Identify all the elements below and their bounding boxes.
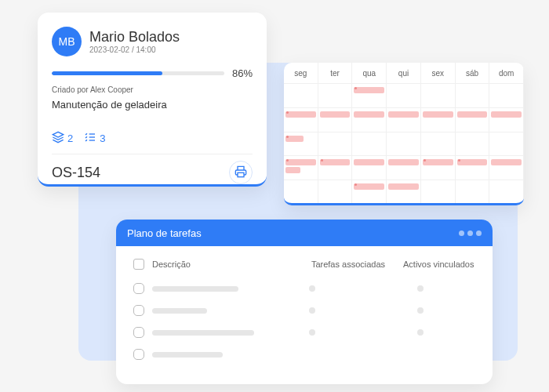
event-bar (285, 167, 300, 173)
event-bar (423, 159, 453, 165)
row-checkbox[interactable] (133, 305, 144, 316)
work-order-card: MB Mario Bolados 2023-02-02 / 14:00 86% … (38, 13, 267, 187)
calendar-cell[interactable] (421, 83, 456, 107)
window-dot-icon (459, 230, 464, 236)
checklist-icon (84, 131, 96, 146)
event-bar (354, 87, 384, 93)
created-by: Criado por Alex Cooper (52, 85, 253, 94)
window-dot-icon (476, 230, 482, 236)
col-linked-tasks: Tarefas associadas (301, 260, 395, 269)
progress-row: 86% (52, 67, 253, 79)
event-bar (423, 111, 453, 118)
calendar-cell[interactable] (456, 83, 490, 107)
skeleton-dot (417, 329, 424, 336)
calendar-cell[interactable] (284, 155, 318, 180)
calendar-cell[interactable] (318, 180, 353, 204)
event-bar (491, 159, 522, 165)
event-bar (388, 183, 419, 190)
calendar-cell[interactable] (284, 107, 318, 132)
calendar-cell[interactable] (387, 155, 421, 180)
event-bar (354, 159, 384, 165)
skeleton-dot (417, 307, 424, 314)
calendar-cell[interactable] (421, 180, 456, 204)
avatar-initials: MB (59, 35, 75, 48)
event-bar (457, 111, 488, 118)
svg-rect-4 (238, 172, 244, 176)
print-button[interactable] (229, 161, 253, 184)
calendar-cell[interactable] (352, 107, 387, 132)
calendar-cell[interactable] (387, 83, 421, 107)
tasks-title: Plano de tarefas (127, 227, 202, 239)
calendar-cell[interactable] (456, 155, 490, 180)
progress-bar (52, 71, 224, 75)
skeleton-dot (417, 285, 424, 292)
metric-layers: 2 (52, 131, 73, 146)
calendar-cell[interactable] (387, 107, 421, 132)
tasks-panel: Plano de tarefas Descrição Tarefas assoc… (116, 220, 493, 384)
col-description: Descrição (152, 260, 293, 269)
event-dot-icon (286, 136, 289, 138)
calendar-day-label: dom (489, 63, 524, 83)
work-order-headings: Mario Bolados 2023-02-02 / 14:00 (89, 29, 180, 54)
calendar-cell[interactable] (456, 107, 490, 132)
calendar-cell[interactable] (489, 132, 524, 156)
table-row[interactable] (133, 343, 475, 365)
calendar-day-label: sáb (456, 63, 490, 83)
row-checkbox[interactable] (133, 283, 144, 294)
calendar-cell[interactable] (352, 83, 387, 107)
event-bar (285, 159, 316, 165)
calendar-cell[interactable] (421, 155, 456, 180)
row-checkbox[interactable] (133, 327, 144, 338)
table-row[interactable] (133, 321, 475, 343)
calendar-cell[interactable] (318, 132, 353, 156)
event-bar (354, 183, 384, 190)
calendar-cell[interactable] (352, 180, 387, 204)
metric-tasks: 3 (84, 131, 105, 146)
work-order-code: OS-154 (52, 165, 100, 181)
calendar-cell[interactable] (352, 155, 387, 180)
calendar-cell[interactable] (387, 132, 421, 156)
calendar-cell[interactable] (489, 155, 524, 180)
table-row[interactable] (133, 299, 475, 321)
event-bar (491, 111, 522, 118)
event-bar (457, 159, 488, 165)
calendar-cell[interactable] (421, 107, 456, 132)
calendar-cell[interactable] (284, 132, 318, 156)
calendar-cell[interactable] (352, 132, 387, 156)
printer-icon (235, 165, 247, 180)
calendar-grid (284, 83, 524, 204)
calendar-header: seg ter qua qui sex sáb dom (284, 63, 524, 83)
work-order-metrics: 2 3 (52, 131, 253, 146)
calendar-cell[interactable] (489, 180, 524, 204)
event-bar (388, 159, 419, 165)
window-controls (459, 230, 482, 236)
calendar-cell[interactable] (456, 180, 490, 204)
event-bar (388, 111, 419, 118)
skeleton-dot (309, 307, 315, 314)
calendar-cell[interactable] (489, 83, 524, 107)
work-order-date: 2023-02-02 / 14:00 (89, 45, 180, 54)
skeleton-text (152, 352, 223, 358)
select-all-checkbox[interactable] (133, 259, 144, 270)
tasks-rows (116, 278, 493, 365)
calendar-cell[interactable] (489, 107, 524, 132)
calendar-cell[interactable] (387, 180, 421, 204)
calendar-cell[interactable] (318, 83, 353, 107)
calendar-day-label: seg (284, 63, 318, 83)
calendar-cell[interactable] (456, 132, 490, 156)
calendar-cell[interactable] (421, 132, 456, 156)
skeleton-dot (309, 285, 315, 292)
row-checkbox[interactable] (133, 349, 144, 360)
skeleton-text (152, 286, 238, 292)
metric-tasks-value: 3 (100, 132, 105, 144)
event-dot-icon (286, 111, 289, 114)
calendar-cell[interactable] (318, 107, 353, 132)
avatar: MB (52, 27, 82, 56)
assignee-name: Mario Bolados (89, 29, 180, 45)
progress-percent: 86% (232, 67, 253, 79)
table-row[interactable] (133, 278, 475, 299)
calendar-cell[interactable] (284, 83, 318, 107)
calendar-cell[interactable] (318, 155, 353, 180)
calendar-cell[interactable] (284, 180, 318, 204)
event-bar (320, 111, 351, 118)
